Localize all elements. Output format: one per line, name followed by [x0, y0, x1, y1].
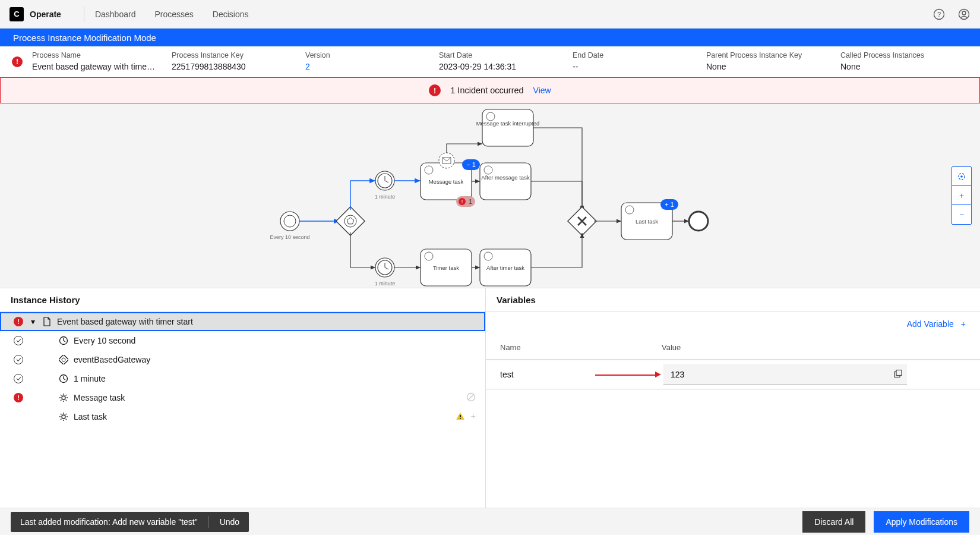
svg-rect-48 — [59, 355, 68, 364]
error-status-icon: ! — [14, 393, 23, 402]
start-event[interactable]: Every 10 second — [270, 212, 309, 240]
after-timer-task[interactable]: After timer task — [480, 249, 531, 286]
parent-key-label: Parent Process Instance Key — [706, 51, 824, 61]
completed-status-icon — [14, 355, 23, 364]
history-row[interactable]: Every 10 second — [0, 331, 485, 350]
column-value: Value — [662, 343, 966, 352]
gear-icon — [58, 412, 69, 421]
history-row-label: Every 10 second — [74, 336, 476, 345]
token-plus-badge: + 1 — [660, 199, 678, 210]
svg-text:− 1: − 1 — [466, 161, 476, 168]
nav-decisions[interactable]: Decisions — [213, 10, 249, 19]
brand-name: Operate — [30, 10, 61, 19]
svg-line-61 — [469, 394, 474, 399]
add-token-icon[interactable]: + — [471, 411, 476, 423]
timer-task[interactable]: Timer task — [421, 249, 472, 286]
version-label: Version — [305, 51, 422, 61]
svg-text:Every 10 second: Every 10 second — [270, 234, 309, 240]
instance-meta: ! Process Name Event based gateway with … — [0, 46, 980, 77]
svg-text:!: ! — [461, 199, 463, 204]
incident-view-link[interactable]: View — [533, 86, 551, 95]
svg-text:1: 1 — [469, 198, 472, 205]
zoom-out-button[interactable]: − — [952, 205, 971, 224]
svg-rect-27 — [482, 109, 533, 146]
column-name: Name — [500, 343, 662, 352]
svg-text:+ 1: + 1 — [665, 201, 674, 208]
message-task[interactable]: Message task − 1 ! 1 — [421, 153, 480, 207]
end-event[interactable] — [689, 212, 708, 231]
completed-status-icon — [14, 336, 23, 345]
svg-rect-24 — [480, 163, 531, 200]
instance-history-panel: Instance History ! ▾ Event based gateway… — [0, 288, 486, 508]
history-row[interactable]: Last task + — [0, 407, 485, 426]
popout-icon[interactable] — [894, 370, 902, 380]
svg-rect-72 — [460, 418, 461, 419]
after-message-task[interactable]: After message task — [480, 163, 531, 200]
svg-point-4 — [280, 212, 299, 231]
history-row-root[interactable]: ! ▾ Event based gateway with timer start — [0, 312, 485, 331]
version-value[interactable]: 2 — [305, 61, 422, 73]
warning-icon — [456, 411, 465, 423]
user-icon[interactable] — [957, 8, 970, 21]
history-row-label: 1 minute — [74, 374, 476, 383]
history-row[interactable]: 1 minute — [0, 369, 485, 388]
event-based-gateway[interactable] — [336, 207, 365, 235]
instance-status-error-icon: ! — [12, 56, 23, 67]
gateway-icon — [58, 355, 69, 364]
history-row-label: Event based gateway with timer start — [57, 317, 476, 326]
svg-text:Last task: Last task — [636, 218, 658, 225]
history-row[interactable]: ! Message task — [0, 388, 485, 407]
timer-intermediate-2[interactable]: 1 minute — [375, 258, 396, 287]
svg-text:?: ? — [937, 11, 941, 18]
svg-rect-71 — [460, 415, 461, 417]
zoom-reset-button[interactable] — [952, 167, 971, 186]
collapse-icon[interactable]: ▾ — [29, 317, 37, 326]
topbar: C Operate Dashboard Processes Decisions … — [0, 0, 980, 29]
gear-icon — [58, 393, 69, 402]
modification-toast: Last added modification: Add new variabl… — [11, 512, 249, 532]
incident-error-icon: ! — [429, 84, 441, 96]
svg-line-58 — [61, 400, 62, 401]
completed-status-icon — [14, 374, 23, 383]
start-date-value: 2023-09-29 14:36:31 — [439, 61, 556, 73]
plus-icon: + — [961, 319, 966, 329]
history-row[interactable]: eventBasedGateway — [0, 350, 485, 369]
exclusive-gateway[interactable] — [568, 207, 596, 235]
add-variable-button[interactable]: Add Variable + — [486, 312, 980, 336]
incident-count-badge: ! 1 — [456, 196, 475, 207]
undo-button[interactable]: Undo — [220, 517, 239, 527]
nav-processes[interactable]: Processes — [154, 10, 193, 19]
modification-mode-banner: Process Instance Modification Mode — [0, 29, 980, 46]
variables-title: Variables — [486, 288, 980, 312]
annotation-arrow — [595, 369, 663, 380]
svg-line-69 — [61, 419, 62, 420]
svg-line-68 — [66, 419, 67, 420]
toast-message: Last added modification: Add new variabl… — [20, 517, 198, 527]
svg-text:1 minute: 1 minute — [375, 194, 396, 200]
process-name-label: Process Name — [32, 51, 155, 61]
zoom-in-button[interactable]: + — [952, 186, 971, 205]
help-icon[interactable]: ? — [932, 8, 946, 21]
bpmn-diagram[interactable]: Every 10 second 1 minute Message task − … — [0, 103, 980, 288]
nav-dashboard[interactable]: Dashboard — [95, 10, 136, 19]
instance-history-title: Instance History — [0, 288, 485, 312]
variable-value-input[interactable] — [663, 364, 907, 385]
apply-modifications-button[interactable]: Apply Modifications — [874, 511, 969, 533]
last-task[interactable]: Last task + 1 — [621, 199, 678, 240]
discard-all-button[interactable]: Discard All — [802, 511, 865, 533]
called-instances-value: None — [840, 61, 951, 73]
token-minus-badge: − 1 — [462, 159, 480, 170]
nav-divider — [84, 6, 84, 23]
parent-key-value: None — [706, 61, 824, 73]
svg-point-62 — [62, 415, 65, 418]
variable-row: test — [486, 360, 980, 389]
variables-panel: Variables Add Variable + Name Value test — [486, 288, 980, 508]
start-date-label: Start Date — [439, 51, 556, 61]
message-task-interrupted[interactable]: Message task interrupted — [476, 109, 540, 146]
timer-intermediate-1[interactable]: 1 minute — [375, 171, 396, 200]
history-row-label: Message task — [74, 393, 461, 402]
instance-key-value: 2251799813888430 — [172, 61, 289, 73]
end-date-value: -- — [573, 61, 690, 73]
cancel-token-icon[interactable] — [466, 392, 476, 404]
app-logo: C — [10, 7, 24, 21]
